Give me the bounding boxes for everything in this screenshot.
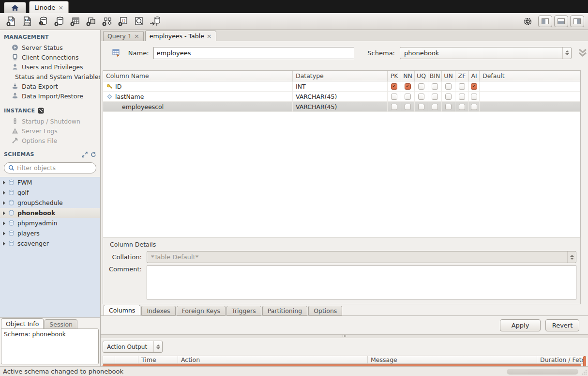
checkbox-uq[interactable] (418, 94, 424, 100)
sidebar-item-server-logs[interactable]: Server Logs (0, 126, 100, 136)
sidebar-item-data-export[interactable]: Data Export (0, 81, 100, 91)
checkbox-uq[interactable] (418, 104, 424, 110)
output-col-duration[interactable]: Duration / Fetch (537, 356, 584, 363)
column-row-lastname[interactable]: lastName VARCHAR(45) (103, 92, 580, 102)
header-datatype[interactable]: Datatype (293, 71, 388, 81)
sidebar-item-options-file[interactable]: Options File (0, 136, 100, 145)
expander-icon[interactable] (3, 181, 5, 185)
expander-icon[interactable] (3, 242, 5, 246)
checkbox-un[interactable] (445, 104, 452, 110)
tab-object-info[interactable]: Object Info (1, 318, 44, 329)
header-pk[interactable]: PK (388, 71, 401, 81)
expander-icon[interactable] (3, 201, 5, 205)
header-zf[interactable]: ZF (455, 71, 469, 81)
checkbox-pk[interactable] (391, 94, 397, 100)
checkbox-ai[interactable] (471, 104, 477, 110)
output-col-message[interactable]: Message (368, 356, 537, 363)
refresh-schemas-icon[interactable] (90, 152, 96, 157)
preferences-gear-icon[interactable] (520, 15, 535, 28)
checkbox-zf[interactable] (459, 104, 465, 110)
close-icon[interactable]: × (58, 4, 63, 11)
sidebar-item-startup-shutdown[interactable]: Startup / Shutdown (0, 116, 100, 126)
stepper-icon[interactable] (153, 341, 162, 352)
column-row-employeescol[interactable]: employeescol VARCHAR(45) (103, 102, 580, 112)
collation-select[interactable]: *Table Default* (147, 251, 576, 263)
schema-item-golf[interactable]: golf (0, 188, 100, 198)
new-sql-tab-icon[interactable]: SQL (4, 15, 18, 28)
stepper-icon[interactable] (567, 251, 576, 263)
tab-query-1[interactable]: Query 1 × (103, 31, 144, 41)
schema-select[interactable]: phonebook (400, 47, 572, 59)
home-tab[interactable] (4, 2, 26, 13)
schema-item-fwm[interactable]: FWM (0, 177, 100, 188)
header-bin[interactable]: BIN (428, 71, 442, 81)
tab-foreign-keys[interactable]: Foreign Keys (177, 306, 226, 315)
expander-icon[interactable] (3, 232, 5, 235)
expander-icon[interactable] (3, 191, 5, 195)
create-table-icon[interactable] (68, 15, 82, 28)
output-splitter-handle[interactable] (101, 334, 588, 338)
tab-employees-table[interactable]: employees - Table × (145, 31, 216, 41)
schema-filter-input[interactable] (17, 164, 92, 172)
header-ai[interactable]: AI (469, 71, 480, 81)
output-col-time[interactable]: Time (138, 356, 178, 363)
open-sql-script-icon[interactable]: SQL (20, 15, 34, 28)
schema-item-scavenger[interactable]: scavenger (0, 238, 100, 249)
toggle-right-panel-button[interactable] (570, 16, 584, 27)
sidebar-item-system-variables[interactable]: Status and System Variables (0, 72, 100, 81)
expand-schemas-icon[interactable] (82, 152, 88, 157)
checkbox-pk[interactable] (391, 104, 397, 110)
schema-item-groupschedule[interactable]: groupSchedule (0, 198, 100, 208)
schema-item-phpmyadmin[interactable]: phpmyadmin (0, 218, 100, 228)
tab-session[interactable]: Session (45, 319, 77, 329)
checkbox-zf[interactable] (459, 83, 465, 90)
close-icon[interactable]: × (134, 33, 139, 39)
vertical-scrollbar[interactable] (583, 356, 586, 367)
checkbox-ai[interactable] (471, 94, 477, 100)
apply-button[interactable]: Apply (500, 319, 541, 331)
checkbox-bin[interactable] (432, 94, 438, 100)
checkbox-zf[interactable] (459, 94, 465, 100)
create-view-icon[interactable] (84, 15, 98, 28)
checkbox-nn[interactable] (405, 94, 411, 100)
sidebar-item-users-privileges[interactable]: Users and Privileges (0, 62, 100, 72)
create-schema-icon[interactable] (52, 15, 66, 28)
toggle-left-panel-button[interactable] (538, 16, 552, 27)
checkbox-bin[interactable] (432, 104, 438, 110)
header-default[interactable]: Default (480, 71, 580, 81)
checkbox-un[interactable] (445, 83, 452, 90)
tab-indexes[interactable]: Indexes (141, 306, 175, 315)
checkbox-uq[interactable] (418, 83, 424, 90)
checkbox-bin[interactable] (432, 83, 438, 90)
schema-inspector-icon[interactable]: i (36, 15, 50, 28)
create-routine-icon[interactable] (100, 15, 114, 28)
sidebar-item-data-import[interactable]: Data Import/Restore (0, 91, 100, 101)
tab-partitioning[interactable]: Partitioning (262, 306, 307, 315)
header-uq[interactable]: UQ (415, 71, 428, 81)
stepper-icon[interactable] (562, 47, 571, 59)
checkbox-nn[interactable] (405, 104, 411, 110)
toggle-bottom-panel-button[interactable] (554, 16, 568, 27)
connection-tab-linode[interactable]: Linode × (29, 1, 69, 13)
schema-item-phonebook[interactable]: phonebook (0, 208, 100, 218)
comment-textarea[interactable] (147, 266, 576, 299)
output-col-action[interactable]: Action (178, 356, 368, 363)
expander-icon[interactable] (3, 211, 5, 215)
create-function-icon[interactable]: {) (116, 15, 130, 28)
schema-filter-box[interactable] (4, 162, 96, 173)
checkbox-ai[interactable] (471, 83, 477, 90)
reconnect-dbms-icon[interactable] (148, 15, 162, 28)
header-un[interactable]: UN (442, 71, 455, 81)
column-row-id[interactable]: ID INT (103, 81, 580, 92)
statusbar-scrollbar-thumb[interactable] (507, 369, 578, 375)
tab-triggers[interactable]: Triggers (226, 306, 261, 315)
tab-columns[interactable]: Columns (104, 305, 140, 315)
tab-options[interactable]: Options (308, 306, 342, 315)
search-table-data-icon[interactable] (132, 15, 146, 28)
output-view-select[interactable]: Action Output (103, 341, 163, 353)
revert-button[interactable]: Revert (545, 319, 579, 331)
header-nn[interactable]: NN (401, 71, 415, 81)
table-name-input[interactable] (153, 47, 355, 59)
checkbox-un[interactable] (445, 94, 452, 100)
header-column-name[interactable]: Column Name (103, 71, 293, 81)
